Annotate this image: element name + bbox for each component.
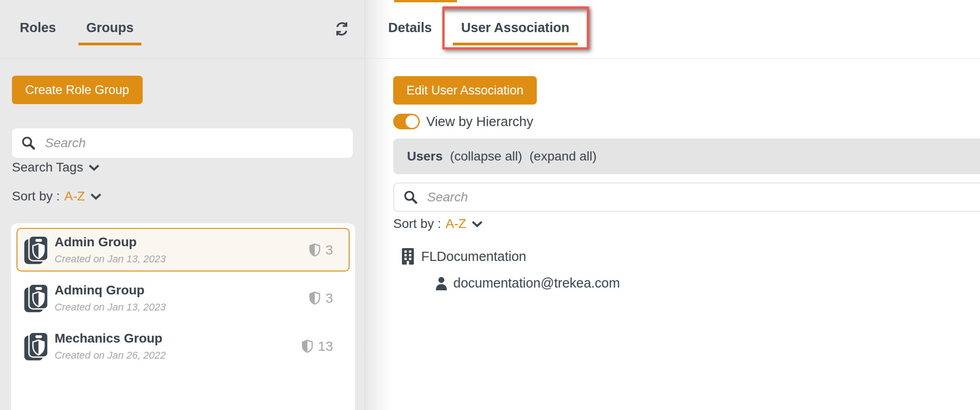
group-detail-panel: Details User Association Edit User Assoc…	[365, 0, 980, 410]
collapse-all-link[interactable]: (collapse all)	[450, 149, 522, 164]
sidebar-search	[12, 128, 353, 158]
search-icon	[403, 190, 418, 205]
sidebar-search-input[interactable]	[44, 135, 344, 151]
group-item-text: Mechanics Group Created on Jan 26, 2022	[55, 331, 301, 361]
group-created-date: Created on Jan 26, 2022	[55, 349, 301, 361]
hierarchy-company-node[interactable]: FLDocumentation	[401, 248, 526, 265]
shield-icon	[301, 339, 313, 353]
hierarchy-user-node: documentation@trekea.com	[435, 276, 620, 291]
create-role-group-button[interactable]: Create Role Group	[12, 76, 143, 104]
tab-details[interactable]: Details	[380, 0, 440, 45]
users-search-input[interactable]	[426, 189, 971, 205]
screen: Roles Groups Create Role Group Search Ta…	[0, 0, 980, 410]
group-list-item-admin-group[interactable]: Admin Group Created on Jan 13, 2023 3	[17, 228, 350, 271]
group-created-date: Created on Jan 13, 2023	[55, 301, 309, 313]
group-list-item-adminq-group[interactable]: Adminq Group Created on Jan 13, 2023 3	[17, 276, 350, 320]
shield-icon	[309, 291, 321, 305]
detail-tabs: Details User Association	[380, 0, 590, 45]
group-list: Admin Group Created on Jan 13, 2023 3 Ad…	[11, 223, 355, 410]
toggle-on-switch[interactable]	[393, 114, 420, 129]
sort-value: A-Z	[64, 189, 85, 204]
chevron-down-icon	[90, 193, 101, 200]
sidebar-sort-dropdown[interactable]: Sort by : A-Z	[12, 189, 101, 204]
sidebar-tabs: Roles Groups	[12, 0, 156, 45]
role-count: 3	[325, 242, 333, 258]
users-section-bar: Users (collapse all) (expand all)	[393, 139, 980, 174]
role-count: 13	[318, 338, 333, 354]
toggle-label: View by Hierarchy	[426, 114, 533, 129]
role-group-badge-icon	[24, 235, 49, 265]
group-name: Mechanics Group	[55, 331, 301, 346]
sort-label: Sort by :	[393, 216, 441, 231]
tab-groups[interactable]: Groups	[78, 0, 141, 45]
search-icon	[21, 136, 36, 150]
users-search	[393, 183, 980, 212]
role-count-badge: 3	[309, 242, 333, 258]
sort-label: Sort by :	[12, 189, 60, 204]
group-item-text: Adminq Group Created on Jan 13, 2023	[55, 283, 309, 313]
group-created-date: Created on Jan 13, 2023	[55, 253, 309, 265]
role-groups-sidebar: Roles Groups Create Role Group Search Ta…	[0, 0, 365, 410]
toggle-knob	[406, 115, 418, 128]
tab-user-association[interactable]: User Association	[453, 0, 578, 45]
search-tags-dropdown[interactable]: Search Tags	[12, 160, 100, 175]
role-count-badge: 13	[301, 338, 333, 354]
role-count-badge: 3	[309, 290, 333, 306]
role-group-badge-icon	[24, 332, 49, 361]
building-icon	[401, 248, 415, 265]
refresh-icon[interactable]	[334, 20, 350, 38]
group-name: Admin Group	[55, 235, 309, 249]
group-name: Adminq Group	[55, 283, 309, 298]
group-item-text: Admin Group Created on Jan 13, 2023	[55, 235, 309, 265]
shield-icon	[309, 243, 321, 257]
person-icon	[435, 277, 448, 290]
edit-user-association-button[interactable]: Edit User Association	[393, 76, 537, 105]
search-tags-label: Search Tags	[12, 160, 83, 175]
role-count: 3	[325, 290, 333, 306]
view-by-hierarchy-toggle-row: View by Hierarchy	[393, 114, 533, 129]
role-group-badge-icon	[24, 283, 49, 313]
company-name: FLDocumentation	[421, 249, 526, 264]
tab-roles[interactable]: Roles	[12, 0, 64, 45]
user-email: documentation@trekea.com	[453, 276, 620, 291]
users-bar-title: Users	[407, 149, 443, 164]
detail-header: Details User Association	[365, 0, 980, 59]
sidebar-header: Roles Groups	[0, 0, 365, 59]
group-list-item-mechanics-group[interactable]: Mechanics Group Created on Jan 26, 2022 …	[17, 324, 350, 368]
chevron-down-icon	[472, 221, 483, 227]
expand-all-link[interactable]: (expand all)	[529, 149, 596, 164]
chevron-down-icon	[89, 164, 100, 171]
panel-divider-shadow	[365, 0, 392, 410]
sort-value: A-Z	[445, 216, 466, 231]
users-sort-dropdown[interactable]: Sort by : A-Z	[393, 216, 483, 231]
